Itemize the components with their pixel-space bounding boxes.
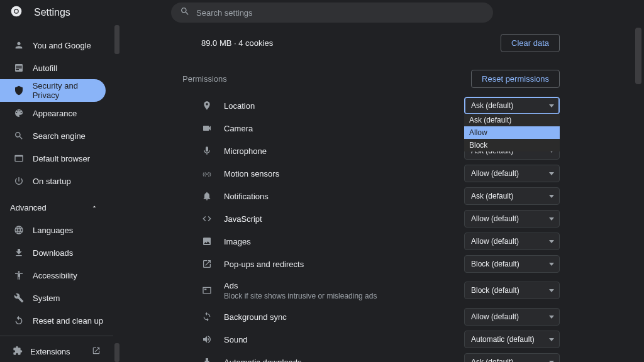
sidebar-item-autofill[interactable]: Autofill	[0, 57, 106, 79]
restore-icon	[13, 315, 25, 326]
person-icon	[13, 40, 25, 50]
chevron-down-icon	[549, 338, 554, 341]
permission-label: Images	[224, 237, 251, 246]
sidebar-item-on-startup[interactable]: On startup	[0, 170, 106, 192]
ads-select[interactable]: Block (default)	[464, 282, 560, 299]
camera-icon	[201, 123, 213, 133]
sync-icon	[201, 312, 213, 322]
sidebar-item-label: Extensions	[30, 347, 70, 356]
select-value: Allow (default)	[471, 237, 519, 246]
download-icon	[13, 248, 25, 258]
svg-point-2	[15, 10, 18, 13]
sidebar-item-label: Search engine	[33, 131, 86, 141]
select-value: Ask (default)	[471, 358, 513, 362]
sidebar-item-security-and-privacy[interactable]: Security and Privacy	[0, 79, 106, 102]
select-option-allow[interactable]: Allow	[464, 126, 560, 139]
chevron-down-icon	[549, 195, 554, 198]
svg-text:((•)): ((•))	[203, 171, 211, 177]
app-header: Settings	[0, 0, 644, 25]
volume-icon	[201, 334, 213, 344]
chevron-down-icon	[549, 315, 554, 319]
sidebar-item-reset[interactable]: Reset and clean up	[0, 309, 106, 332]
sidebar-scrollbar[interactable]	[114, 25, 119, 362]
permission-row-background-sync: Background sync Allow (default)	[182, 305, 560, 328]
search-icon	[13, 131, 25, 141]
notifications-select[interactable]: Ask (default)	[464, 187, 560, 205]
location-icon	[201, 101, 213, 111]
extension-icon	[13, 346, 23, 358]
search-input[interactable]	[196, 8, 484, 18]
microphone-icon	[201, 146, 213, 156]
select-value: Automatic (default)	[471, 335, 535, 344]
sidebar-item-label: You and Google	[33, 41, 91, 50]
sidebar-item-label: Autofill	[33, 63, 57, 73]
automatic-downloads-select[interactable]: Ask (default)	[464, 353, 560, 362]
permission-label: Location	[224, 101, 255, 111]
background-sync-select[interactable]: Allow (default)	[464, 308, 560, 326]
clear-data-button[interactable]: Clear data	[501, 34, 560, 52]
sidebar-item-system[interactable]: System	[0, 287, 106, 309]
globe-icon	[13, 225, 25, 235]
select-value: Allow (default)	[471, 312, 519, 321]
browser-icon	[13, 153, 25, 163]
permission-label: Sound	[224, 335, 248, 344]
javascript-select[interactable]: Allow (default)	[464, 210, 560, 228]
permission-row-automatic-downloads: Automatic downloads Ask (default)	[182, 351, 560, 362]
chevron-down-icon	[549, 217, 554, 221]
sidebar-item-downloads[interactable]: Downloads	[0, 241, 106, 264]
main-scrollbar[interactable]	[635, 25, 641, 362]
palette-icon	[13, 108, 25, 118]
reset-permissions-button[interactable]: Reset permissions	[471, 70, 560, 88]
images-select[interactable]: Allow (default)	[464, 233, 560, 250]
chevron-down-icon	[549, 104, 554, 107]
permission-label: Background sync	[224, 312, 287, 322]
permission-row-images: Images Allow (default)	[182, 230, 560, 253]
sidebar-item-appearance[interactable]: Appearance	[0, 102, 106, 124]
permission-row-location: Location Ask (default) Ask (default) All…	[182, 94, 560, 117]
search-bar[interactable]	[171, 3, 493, 23]
select-value: Block (default)	[471, 286, 519, 295]
autofill-icon	[13, 63, 25, 73]
sidebar-item-label: Downloads	[33, 248, 73, 258]
permission-row-javascript: JavaScript Allow (default)	[182, 207, 560, 230]
select-option-ask[interactable]: Ask (default)	[464, 114, 560, 126]
shield-icon	[13, 85, 25, 96]
select-option-block[interactable]: Block	[464, 139, 560, 151]
permission-label: Microphone	[224, 146, 267, 156]
location-select[interactable]: Ask (default)	[464, 97, 560, 114]
chevron-down-icon	[549, 289, 554, 292]
sound-select[interactable]: Automatic (default)	[464, 331, 560, 348]
sidebar-advanced-toggle[interactable]: Advanced	[0, 196, 113, 219]
motion-sensors-select[interactable]: Allow (default)	[464, 165, 560, 182]
popups-select[interactable]: Block (default)	[464, 255, 560, 273]
ads-icon	[201, 285, 213, 295]
scrollbar-thumb[interactable]	[114, 25, 119, 54]
advanced-label: Advanced	[10, 203, 47, 212]
sidebar-item-extensions[interactable]: Extensions	[0, 340, 113, 362]
sidebar-item-accessibility[interactable]: Accessibility	[0, 264, 106, 287]
sidebar-item-default-browser[interactable]: Default browser	[0, 147, 106, 170]
sidebar-item-languages[interactable]: Languages	[0, 219, 106, 241]
sidebar-item-label: On startup	[33, 177, 71, 186]
power-icon	[13, 176, 25, 186]
location-select-dropdown: Ask (default) Allow Block	[464, 114, 560, 151]
scrollbar-thumb[interactable]	[114, 343, 119, 362]
download-icon	[201, 357, 213, 362]
scrollbar-thumb[interactable]	[635, 28, 641, 84]
main-content: 89.0 MB · 4 cookies Clear data Permissio…	[182, 25, 560, 362]
sensors-icon: ((•))	[201, 168, 213, 178]
sidebar-item-search-engine[interactable]: Search engine	[0, 124, 106, 147]
usage-text: 89.0 MB · 4 cookies	[201, 38, 273, 48]
chevron-down-icon	[549, 240, 554, 243]
select-value: Allow (default)	[471, 214, 519, 223]
image-icon	[201, 236, 213, 246]
select-value: Allow (default)	[471, 169, 519, 178]
divider	[0, 336, 113, 336]
permission-label: Ads	[224, 281, 377, 290]
permission-label: Motion sensors	[224, 169, 279, 178]
sidebar-item-label: System	[33, 293, 60, 303]
sidebar-item-you-and-google[interactable]: You and Google	[0, 34, 106, 57]
permissions-heading: Permissions	[182, 74, 227, 84]
chevron-down-icon	[549, 172, 554, 175]
permission-label: Pop-ups and redirects	[224, 260, 304, 269]
